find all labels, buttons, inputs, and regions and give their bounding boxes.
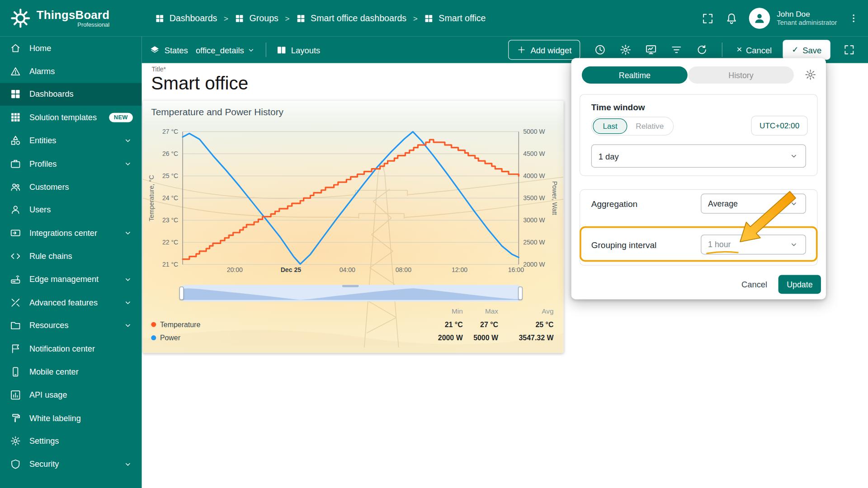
sidebar-item-notification-center[interactable]: Notification center (0, 337, 142, 360)
entity-aliases-icon[interactable] (640, 39, 662, 61)
sidebar-item-users[interactable]: Users (0, 198, 142, 221)
logo-subtitle: Professional (37, 21, 109, 28)
sidebar-item-label: Notification center (29, 344, 95, 353)
last-relative-toggle: Last Relative (591, 117, 674, 136)
update-button[interactable]: Update (778, 275, 821, 294)
sidebar-item-label: Customers (29, 183, 69, 192)
sidebar-item-mobile-center[interactable]: Mobile center (0, 360, 142, 383)
edge-icon (10, 274, 21, 285)
save-button[interactable]: ✓ Save (783, 40, 830, 60)
templates-icon (10, 112, 21, 123)
breadcrumb-item-smart-office-dashboards[interactable]: Smart office dashboards (296, 13, 406, 23)
sidebar-item-integrations-center[interactable]: Integrations center (0, 221, 142, 244)
cancel-edit-button[interactable]: × Cancel (731, 40, 777, 60)
notification-icon (10, 343, 21, 354)
sidebar-item-api-usage[interactable]: API usage (0, 384, 142, 407)
fullscreen-icon[interactable] (838, 39, 860, 61)
version-history-icon[interactable] (691, 39, 713, 61)
dashboard-title[interactable]: Smart office (151, 73, 248, 94)
time-range-slider[interactable] (182, 285, 520, 302)
breadcrumb-item-dashboards[interactable]: Dashboards (155, 13, 217, 23)
svg-text:04:00: 04:00 (340, 266, 355, 273)
sidebar-item-label: Profiles (29, 160, 57, 169)
legend-series-temperature[interactable]: Temperature (151, 320, 428, 328)
dashboard-settings-icon[interactable] (614, 39, 637, 61)
timezone-button[interactable]: UTC+02:00 (751, 116, 808, 136)
notifications-bell-icon[interactable] (725, 12, 738, 24)
svg-text:5000 W: 5000 W (523, 128, 545, 135)
time-range-select[interactable]: 1 day (591, 145, 806, 168)
slider-right-handle[interactable] (518, 286, 523, 300)
tab-history[interactable]: History (688, 66, 794, 84)
sidebar-item-entities[interactable]: Entities (0, 129, 142, 152)
svg-text:3500 W: 3500 W (523, 194, 545, 202)
grouping-interval-select[interactable]: 1 hour (701, 235, 806, 254)
sidebar-item-alarms[interactable]: Alarms (0, 60, 142, 83)
sidebar-item-edge-management[interactable]: Edge management (0, 268, 142, 291)
sidebar-item-white-labeling[interactable]: White labeling (0, 407, 142, 430)
sidebar-item-label: Users (29, 206, 51, 215)
logo-text: ThingsBoard Professional (37, 9, 109, 28)
dashboard-grid-icon (235, 14, 245, 23)
dashboards-icon (10, 89, 21, 100)
sidebar-item-home[interactable]: Home (0, 37, 142, 60)
sidebar-item-settings[interactable]: Settings (0, 430, 142, 453)
toolbar-divider (266, 42, 266, 57)
timewindow-tabs: Realtime History (582, 66, 794, 84)
sidebar-item-label: Resources (29, 321, 69, 330)
svg-text:20:00: 20:00 (227, 266, 243, 273)
settings-icon (10, 436, 21, 446)
integrations-icon (10, 228, 21, 239)
tab-realtime[interactable]: Realtime (582, 66, 688, 84)
whitelabel-icon (10, 413, 21, 423)
aggregation-select[interactable]: Average (701, 194, 806, 214)
breadcrumb-item-smart-office[interactable]: Smart office (425, 13, 486, 23)
layouts-icon (276, 45, 287, 55)
sidebar-item-security[interactable]: Security (0, 453, 142, 476)
top-header: ThingsBoard Professional Dashboards>Grou… (0, 0, 868, 37)
thingsboard-logo[interactable]: ThingsBoard Professional (10, 8, 142, 29)
more-menu-icon[interactable] (848, 12, 859, 24)
legend-value: 3547.32 W (498, 333, 553, 342)
sidebar-item-solution-templates[interactable]: Solution templatesNEW (0, 106, 142, 129)
add-widget-button[interactable]: Add widget (509, 40, 580, 60)
api-icon (10, 389, 21, 400)
slider-left-handle[interactable] (179, 286, 184, 300)
filters-icon[interactable] (665, 39, 687, 61)
add-widget-label: Add widget (531, 45, 572, 55)
svg-text:24 °C: 24 °C (162, 194, 178, 202)
timewindow-panel: Realtime History Time window Last Relati… (571, 58, 826, 300)
breadcrumb-separator: > (413, 14, 418, 23)
sidebar-item-dashboards[interactable]: Dashboards (0, 83, 142, 106)
state-select[interactable]: office_details (196, 45, 256, 55)
avatar[interactable] (749, 8, 770, 29)
timewindow-settings-gear-icon[interactable] (804, 69, 816, 81)
chevron-down-icon (789, 239, 799, 249)
time-window-section: Time window Last Relative UTC+02:00 1 da… (580, 94, 818, 176)
thingsboard-logo-icon (10, 8, 31, 29)
fullscreen-icon[interactable] (702, 12, 714, 24)
layouts-label[interactable]: Layouts (291, 45, 320, 55)
relative-toggle[interactable]: Relative (627, 122, 672, 131)
person-icon (752, 11, 767, 25)
last-toggle[interactable]: Last (593, 118, 627, 134)
sidebar-item-label: Mobile center (29, 367, 79, 376)
breadcrumb-item-groups[interactable]: Groups (235, 13, 278, 23)
legend-value: 21 °C (429, 320, 463, 328)
sidebar-item-rule-chains[interactable]: Rule chains (0, 244, 142, 267)
legend-value: 27 °C (463, 320, 498, 328)
legend-series-power[interactable]: Power (151, 333, 428, 342)
sidebar-item-advanced-features[interactable]: Advanced features (0, 291, 142, 314)
user-info[interactable]: John Doe Tenant administrator (777, 9, 837, 28)
time-window-icon[interactable] (589, 39, 611, 61)
sidebar-item-customers[interactable]: Customers (0, 175, 142, 198)
sidebar-item-label: Home (29, 44, 51, 53)
sidebar-item-resources[interactable]: Resources (0, 314, 142, 337)
mobile-icon (10, 366, 21, 377)
new-badge: NEW (109, 113, 133, 122)
chevron-down-icon (789, 151, 799, 161)
sidebar-item-profiles[interactable]: Profiles (0, 152, 142, 175)
timewindow-cancel-button[interactable]: Cancel (741, 279, 767, 289)
sidebar: HomeAlarmsDashboardsSolution templatesNE… (0, 37, 142, 488)
app-root: ThingsBoard Professional Dashboards>Grou… (0, 0, 868, 488)
